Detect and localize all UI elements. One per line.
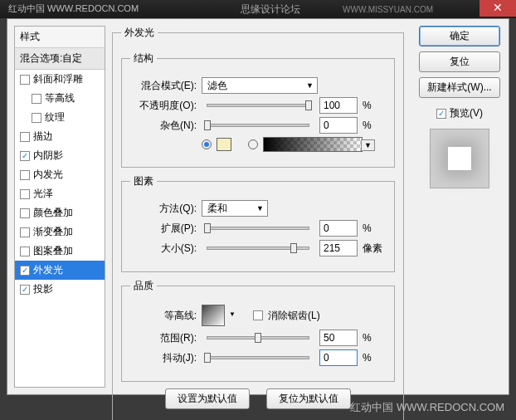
sidebar-subheader[interactable]: 混合选项:自定 xyxy=(15,48,105,70)
watermark-bottom: 红动中国 WWW.REDOCN.COM xyxy=(350,400,504,415)
quality-legend: 品质 xyxy=(130,279,157,293)
panel-title: 外发光 xyxy=(121,26,158,40)
sidebar-header: 样式 xyxy=(15,27,105,48)
dialog-window: 样式 混合选项:自定 斜面和浮雕等高线纹理描边✓内阴影内发光光泽颜色叠加渐变叠加… xyxy=(7,18,509,395)
noise-input[interactable] xyxy=(319,117,358,134)
sidebar-item-7[interactable]: 颜色叠加 xyxy=(15,203,105,222)
style-checkbox[interactable] xyxy=(20,132,30,142)
jitter-input[interactable] xyxy=(319,349,358,366)
color-radio[interactable] xyxy=(202,139,212,149)
gradient-picker[interactable] xyxy=(263,137,363,152)
preview-checkbox[interactable]: ✓ xyxy=(436,109,446,119)
range-label: 范围(R): xyxy=(130,331,197,345)
sidebar-item-label: 投影 xyxy=(33,282,53,296)
sidebar-item-5[interactable]: 内发光 xyxy=(15,165,105,184)
color-swatch[interactable] xyxy=(217,138,231,151)
px-unit: 像素 xyxy=(363,242,386,256)
preview-label: 预览(V) xyxy=(450,106,483,120)
spread-label: 扩展(P): xyxy=(130,222,197,236)
sidebar-item-label: 斜面和浮雕 xyxy=(33,72,83,86)
opacity-slider[interactable] xyxy=(207,104,309,107)
jitter-slider[interactable] xyxy=(207,356,309,359)
structure-fieldset: 结构 混合模式(E): 滤色 不透明度(O): % 杂色(N): % xyxy=(121,51,395,168)
sidebar-item-8[interactable]: 渐变叠加 xyxy=(15,222,105,242)
style-checkbox[interactable]: ✓ xyxy=(20,151,30,161)
sidebar-item-label: 内发光 xyxy=(33,168,63,182)
technique-dropdown[interactable]: 柔和 xyxy=(202,200,268,217)
style-checkbox[interactable] xyxy=(20,170,30,180)
sidebar-item-label: 图案叠加 xyxy=(33,244,73,258)
sidebar-item-label: 渐变叠加 xyxy=(33,225,73,239)
opacity-label: 不透明度(O): xyxy=(130,99,197,113)
close-button[interactable]: ✕ xyxy=(479,0,516,17)
sidebar-item-label: 等高线 xyxy=(45,91,75,105)
style-checkbox[interactable] xyxy=(20,189,30,199)
style-checkbox[interactable] xyxy=(20,75,30,85)
ok-button[interactable]: 确定 xyxy=(419,26,500,46)
size-label: 大小(S): xyxy=(130,242,197,256)
spread-input[interactable] xyxy=(319,220,358,237)
style-checkbox[interactable] xyxy=(20,247,30,256)
sidebar-item-label: 纹理 xyxy=(45,110,65,125)
technique-label: 方法(Q): xyxy=(130,202,197,216)
antialias-label: 消除锯齿(L) xyxy=(268,309,320,323)
percent-unit: % xyxy=(363,100,386,111)
contour-picker[interactable] xyxy=(202,305,225,326)
main-panel: 外发光 结构 混合模式(E): 滤色 不透明度(O): % 杂色(N): xyxy=(105,19,411,394)
contour-label: 等高线: xyxy=(130,309,197,323)
style-checkbox[interactable] xyxy=(32,94,41,104)
noise-slider[interactable] xyxy=(207,124,309,127)
make-default-button[interactable]: 设置为默认值 xyxy=(165,388,250,409)
sidebar-item-10[interactable]: ✓外发光 xyxy=(15,261,105,280)
antialias-checkbox[interactable] xyxy=(253,310,263,320)
style-checkbox[interactable] xyxy=(32,113,41,123)
watermark-forum: 思缘设计论坛 xyxy=(241,2,300,17)
sidebar-item-label: 颜色叠加 xyxy=(33,206,73,220)
right-pane: 确定 复位 新建样式(W)... ✓ 预览(V) xyxy=(411,19,509,394)
sidebar-item-label: 内阴影 xyxy=(33,149,63,163)
style-checkbox[interactable]: ✓ xyxy=(20,285,30,295)
spread-slider[interactable] xyxy=(207,227,309,230)
sidebar-item-9[interactable]: 图案叠加 xyxy=(15,242,105,261)
quality-fieldset: 品质 等高线: 消除锯齿(L) 范围(R): % 抖动(J): xyxy=(121,279,395,382)
watermark-forum-url: WWW.MISSYUAN.COM xyxy=(343,5,433,14)
sidebar-item-4[interactable]: ✓内阴影 xyxy=(15,146,105,165)
outer-glow-fieldset: 外发光 结构 混合模式(E): 滤色 不透明度(O): % 杂色(N): xyxy=(112,26,404,420)
gradient-radio[interactable] xyxy=(248,139,258,149)
noise-label: 杂色(N): xyxy=(130,119,197,133)
structure-legend: 结构 xyxy=(130,51,157,66)
cancel-button[interactable]: 复位 xyxy=(419,51,500,72)
sidebar-item-1[interactable]: 等高线 xyxy=(15,89,105,108)
sidebar-item-label: 光泽 xyxy=(33,187,53,201)
titlebar: 红动中国 WWW.REDOCN.COM 思缘设计论坛 WWW.MISSYUAN.… xyxy=(0,0,516,18)
opacity-input[interactable] xyxy=(319,97,358,114)
sidebar-item-label: 外发光 xyxy=(33,263,63,277)
sidebar-item-2[interactable]: 纹理 xyxy=(15,108,105,127)
preview-thumbnail xyxy=(430,129,489,188)
range-input[interactable] xyxy=(319,330,358,346)
style-checkbox[interactable]: ✓ xyxy=(20,266,30,276)
sidebar-item-11[interactable]: ✓投影 xyxy=(15,280,105,299)
style-checkbox[interactable] xyxy=(20,227,30,237)
reset-default-button[interactable]: 复位为默认值 xyxy=(266,388,351,409)
sidebar-item-6[interactable]: 光泽 xyxy=(15,184,105,203)
sidebar-item-0[interactable]: 斜面和浮雕 xyxy=(15,70,105,89)
styles-sidebar: 样式 混合选项:自定 斜面和浮雕等高线纹理描边✓内阴影内发光光泽颜色叠加渐变叠加… xyxy=(14,26,105,388)
watermark-top: 红动中国 WWW.REDOCN.COM xyxy=(8,2,139,15)
size-slider[interactable] xyxy=(207,247,309,250)
size-input[interactable] xyxy=(319,240,358,256)
jitter-label: 抖动(J): xyxy=(130,351,197,365)
style-checkbox[interactable] xyxy=(20,208,30,218)
sidebar-item-3[interactable]: 描边 xyxy=(15,127,105,146)
blend-mode-label: 混合模式(E): xyxy=(130,79,197,93)
elements-legend: 图素 xyxy=(130,174,157,188)
range-slider[interactable] xyxy=(207,336,309,339)
sidebar-item-label: 描边 xyxy=(33,129,53,144)
blend-mode-dropdown[interactable]: 滤色 xyxy=(202,77,318,94)
elements-fieldset: 图素 方法(Q): 柔和 扩展(P): % 大小(S): 像素 xyxy=(121,174,395,272)
new-style-button[interactable]: 新建样式(W)... xyxy=(419,77,500,98)
